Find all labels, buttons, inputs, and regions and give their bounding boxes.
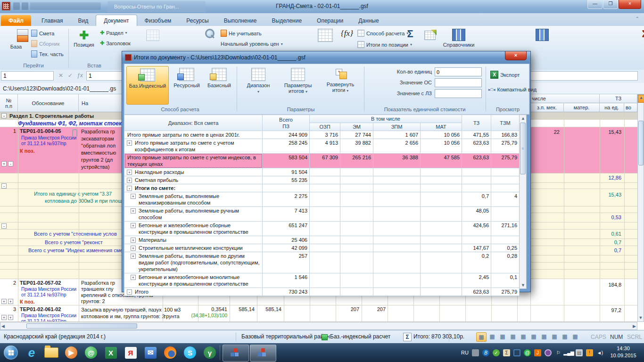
close-button[interactable]: × — [619, 0, 641, 9]
minimize-button[interactable]: — — [587, 0, 603, 9]
sbornik-button[interactable]: Сборник — [31, 40, 60, 47]
start-button[interactable] — [2, 345, 20, 361]
totals-table-row[interactable]: Итого прямые затраты по смете с учетом и… — [124, 154, 520, 168]
horizontal-scrollbar[interactable]: ◀ ▶ — [0, 322, 637, 330]
java-icon[interactable]: J — [534, 349, 541, 356]
view-icon[interactable]: ▦ — [550, 332, 559, 341]
scroll-up-button[interactable]: ▲ — [521, 116, 525, 121]
totals-table-row[interactable]: +Итого прямые затраты по смете с учетом … — [124, 139, 520, 154]
itogi-po-pozicii-button[interactable]: Итоги по позиции▾ — [357, 41, 412, 48]
scroll-down-button[interactable]: ▼ — [638, 314, 644, 321]
vertical-scrollbar[interactable]: ▲ ▼ — [637, 94, 644, 322]
ribbon-tab[interactable]: Главная — [34, 15, 71, 26]
media-player-button[interactable]: ▶ — [62, 345, 80, 361]
kolvo-input[interactable] — [435, 67, 482, 76]
grand-sigma-icon[interactable]: Σ — [503, 349, 510, 356]
grand-smeta-window-button[interactable] — [223, 345, 249, 362]
expand-icon[interactable]: + — [127, 170, 132, 175]
poziciya-button[interactable]: ✚ Позиция — [71, 29, 97, 48]
skype-button[interactable]: S — [181, 345, 199, 361]
view-icon[interactable]: ▦ — [498, 332, 507, 341]
ribbon-tab[interactable]: Ресурсы — [179, 15, 216, 26]
razvernut-itogi-button[interactable]: + Развернуть итоги ▾ — [321, 66, 360, 104]
view-icon[interactable]: ▦ — [529, 332, 538, 341]
language-indicator[interactable]: RU — [461, 350, 469, 355]
firefox-button[interactable] — [161, 345, 179, 361]
ribbon-tab[interactable]: Операции — [309, 15, 351, 26]
view-icon[interactable]: ▦ — [487, 332, 497, 341]
network-icon[interactable]: ▂▄▆ — [565, 349, 572, 356]
view-icon[interactable]: ▦ — [508, 332, 518, 341]
expand-icon[interactable]: - — [127, 289, 132, 295]
ribbon-tab[interactable]: Физобъем — [137, 15, 179, 26]
view-icon[interactable]: ▦ — [560, 332, 570, 341]
dialog-scrollbar[interactable]: ▲ ≡ ▼ — [519, 115, 527, 289]
parametry-itogov-button[interactable]: Параметры итогов ▾ — [278, 66, 318, 104]
popravki-button[interactable] — [417, 30, 444, 41]
expand-icon[interactable]: + — [127, 140, 132, 146]
totals-table-row[interactable]: +Накладные расходы 91 504 — [124, 168, 520, 176]
totals-table-row[interactable]: -Итого 730 243 623,63 275,79 — [124, 288, 520, 296]
player-icon[interactable] — [545, 349, 552, 356]
col-header-obosnovanie[interactable]: Обоснование — [18, 94, 79, 112]
display-icon[interactable] — [513, 349, 520, 356]
green-app-button[interactable]: γ — [201, 345, 219, 361]
export-button[interactable]: XЭкспорт — [490, 71, 520, 79]
resursny-button[interactable]: Ресурсный — [171, 66, 203, 104]
totals-table-row[interactable]: +Сметная прибыль 55 235 — [124, 176, 520, 184]
expand-icon[interactable]: + — [131, 275, 136, 280]
bluetooth-icon[interactable]: B — [482, 349, 489, 356]
antivirus-icon[interactable]: ✓ — [493, 349, 500, 356]
smeta-button[interactable]: Смета — [31, 30, 54, 37]
totals-table-row[interactable]: -Итоги по смете: — [124, 184, 520, 192]
totals-table-row[interactable]: +Строительные металлические конструкции … — [124, 244, 520, 252]
baza-button[interactable]: База — [3, 29, 29, 43]
expand-icon[interactable]: + — [131, 238, 136, 243]
maximize-button[interactable]: ❐ — [603, 0, 618, 9]
ribbon-tab[interactable]: Данные — [351, 15, 386, 26]
insert-extra-button[interactable] — [146, 30, 159, 41]
totals-table-row[interactable]: Итого прямые затраты по смете в ценах 20… — [124, 131, 520, 139]
nach-uroven-button[interactable]: Начальный уровень цен▾ — [221, 41, 283, 47]
view-icon[interactable]: ▦ — [519, 332, 528, 341]
lz-input[interactable] — [435, 89, 482, 98]
position-row-3[interactable]: 3 ТЕР01-02-061-02 Приказ Минстроя России… — [0, 305, 637, 322]
mailru-agent-button[interactable]: @ — [82, 345, 100, 361]
expand-icon[interactable]: + — [131, 223, 136, 228]
yandex-button[interactable]: Я — [122, 345, 140, 361]
tech-chast-button[interactable]: Тех. часть — [31, 50, 64, 58]
expand-icon[interactable]: + — [131, 246, 136, 251]
razdel-button[interactable]: ✚Раздел▾ — [100, 30, 127, 36]
col-header-mater[interactable]: матер. — [564, 103, 600, 112]
mailru-tray-icon[interactable]: @ — [524, 349, 531, 356]
scrollbar-thumb[interactable] — [26, 323, 137, 329]
expand-icon[interactable]: + — [131, 254, 136, 259]
formula-button[interactable]: {fx} — [334, 29, 360, 38]
compact-view-button[interactable]: ▸□◂Компактный вид — [488, 87, 537, 92]
excel-button[interactable]: X — [102, 345, 120, 361]
totals-table-row[interactable]: +Материалы 25 406 — [124, 236, 520, 244]
cancel-icon[interactable]: ✕ — [58, 72, 63, 79]
confirm-icon[interactable]: ✓ — [68, 72, 73, 79]
ribbon-tab[interactable]: Выполнение — [216, 15, 264, 26]
bazisny-button[interactable]: Базисный — [205, 66, 234, 104]
expand-icon[interactable]: + — [127, 178, 132, 183]
ribbon-tab[interactable]: Вид — [71, 15, 96, 26]
scrollbar-thumb[interactable] — [638, 121, 644, 165]
fx-icon[interactable]: ƒx — [77, 72, 83, 79]
view-mode-icon[interactable]: ▦ — [476, 332, 487, 342]
scroll-right-button[interactable]: ▶ — [633, 324, 636, 329]
totals-table-row[interactable]: +Бетонные и железобетонные монолитные ко… — [124, 273, 520, 288]
dialog-titlebar[interactable]: Итоги по документу - C:\Users\123\Downlo… — [122, 51, 530, 64]
dialog-close-button[interactable]: × — [505, 51, 527, 60]
diapazon-button[interactable]: Диапазон▾ — [241, 66, 275, 104]
collapse-ribbon-icon[interactable]: ⌃ — [636, 16, 639, 21]
internet-explorer-button[interactable]: e — [23, 345, 41, 361]
os-input[interactable] — [435, 78, 482, 87]
spravochniki-button[interactable]: Справочники — [442, 29, 475, 48]
zagolovok-button[interactable]: ✚Заголовок — [100, 40, 131, 46]
scrollbar-thumb[interactable]: ≡ — [520, 123, 526, 174]
col-header-num[interactable]: № п.п — [0, 94, 18, 112]
ne-uchityvat-button[interactable]: Не учитывать — [221, 30, 262, 37]
col-header-zp-mech[interactable]: з.п. мех. — [530, 103, 564, 112]
